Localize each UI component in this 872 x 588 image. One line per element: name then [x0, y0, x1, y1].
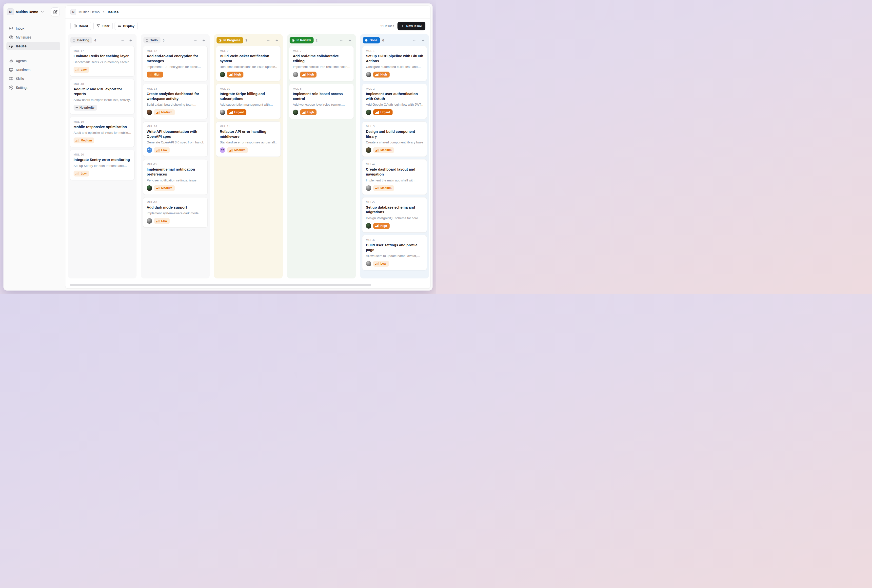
breadcrumb: M Multica Demo Issues — [65, 6, 430, 19]
column-more-button[interactable] — [120, 37, 125, 43]
issue-card-footer: High — [293, 72, 350, 78]
issue-card[interactable]: MUL-7Add real-time collaborative editing… — [289, 46, 354, 81]
issue-id: MUL-2 — [366, 87, 423, 90]
priority-bars-icon — [156, 220, 160, 222]
display-button[interactable]: Display — [114, 22, 138, 30]
priority-label: High — [154, 73, 161, 76]
priority-badge: Low — [154, 218, 170, 224]
priority-label: High — [380, 73, 387, 76]
workspace-switcher[interactable]: M Multica Demo — [6, 7, 60, 17]
issue-id: MUL-16 — [147, 201, 204, 204]
issue-card[interactable]: MUL-6Build user settings and profile pag… — [362, 235, 427, 270]
priority-bars-icon — [302, 74, 306, 76]
sidebar-item-label: Skills — [16, 77, 24, 81]
issue-card[interactable]: MUL-19Mobile responsive optimizationAudi… — [70, 117, 135, 147]
issue-card[interactable]: MUL-16Add dark mode supportImplement sys… — [143, 197, 208, 228]
new-issue-button[interactable]: New Issue — [398, 22, 425, 30]
toolbar-button-label: Filter — [102, 24, 110, 28]
issue-id: MUL-5 — [366, 201, 423, 204]
issue-card[interactable]: MUL-5Set up database schema and migratio… — [362, 197, 427, 232]
priority-badge: Medium — [154, 110, 175, 115]
book-icon — [9, 76, 14, 81]
nav-secondary: AgentsRuntimesSkillsSettings — [6, 57, 60, 92]
sidebar-item-runtimes[interactable]: Runtimes — [6, 66, 60, 74]
issue-card[interactable]: MUL-8Implement role-based access control… — [289, 84, 354, 119]
priority-label: Urgent — [234, 111, 244, 114]
issue-card[interactable]: MUL-10Integrate Stripe billing and subsc… — [216, 84, 281, 119]
column-add-button[interactable] — [274, 37, 280, 43]
assignee-avatar — [366, 261, 371, 266]
column-more-button[interactable] — [339, 37, 345, 43]
status-label: In Progress — [224, 39, 240, 42]
priority-label: Low — [161, 148, 167, 152]
filter-button[interactable]: Filter — [93, 22, 113, 30]
column-add-button[interactable] — [201, 37, 207, 43]
issue-card[interactable]: MUL-20Integrate Sentry error monitoringS… — [70, 150, 135, 180]
priority-badge: Medium — [373, 147, 394, 153]
column-cards: MUL-9Build WebSocket notification system… — [216, 46, 281, 157]
priority-badge: Medium — [74, 138, 94, 143]
priority-bars-icon — [75, 68, 79, 71]
issue-description: Real-time notifications for issue update… — [220, 65, 277, 69]
priority-bars-icon — [375, 149, 379, 152]
issue-card-footer: Medium — [74, 138, 131, 143]
priority-label: High — [380, 224, 387, 228]
priority-label: Urgent — [380, 111, 390, 114]
priority-label: Low — [161, 219, 167, 223]
sidebar-item-skills[interactable]: Skills — [6, 75, 60, 83]
issue-id: MUL-12 — [147, 50, 204, 52]
compose-button[interactable] — [51, 8, 60, 16]
breadcrumb-workspace-link[interactable]: Multica Demo — [78, 10, 100, 14]
issue-card[interactable]: MUL-1Set up CI/CD pipeline with GitHub A… — [362, 46, 427, 81]
board-button[interactable]: Board — [71, 22, 92, 30]
workspace-name: Multica Demo — [16, 10, 38, 14]
sidebar-item-issues[interactable]: Issues — [6, 42, 60, 50]
issue-title: Mobile responsive optimization — [74, 124, 131, 130]
issue-card[interactable]: MUL-14Write API documentation with OpenA… — [143, 122, 208, 157]
issue-card[interactable]: MUL-13Create analytics dashboard for wor… — [143, 84, 208, 119]
column-more-button[interactable] — [412, 37, 418, 43]
issue-card[interactable]: MUL-17Evaluate Redis for caching layerBe… — [70, 46, 135, 76]
sidebar-item-label: My Issues — [16, 35, 32, 39]
robot-icon — [9, 59, 14, 63]
horizontal-scrollbar-thumb[interactable] — [70, 284, 371, 286]
issue-card[interactable]: MUL-11Refactor API error handling middle… — [216, 122, 281, 157]
issue-title: Create analytics dashboard for workspace… — [147, 92, 204, 101]
issue-card[interactable]: MUL-4Create dashboard layout and navigat… — [362, 159, 427, 195]
issue-card[interactable]: MUL-3Design and build component libraryC… — [362, 122, 427, 157]
chevron-right-icon — [102, 10, 105, 14]
issue-id: MUL-1 — [366, 50, 423, 52]
column-add-button[interactable] — [420, 37, 426, 43]
sidebar-item-agents[interactable]: Agents — [6, 57, 60, 65]
sidebar-item-inbox[interactable]: Inbox — [6, 24, 60, 33]
issue-id: MUL-8 — [293, 87, 350, 90]
sidebar-item-settings[interactable]: Settings — [6, 83, 60, 92]
sidebar-item-my-issues[interactable]: My Issues — [6, 33, 60, 42]
column-add-button[interactable] — [347, 37, 353, 43]
monitor-icon — [9, 68, 14, 72]
priority-badge: No priority — [74, 105, 97, 111]
column-add-button[interactable] — [128, 37, 134, 43]
issue-id: MUL-17 — [74, 50, 131, 52]
issue-card[interactable]: MUL-12Add end-to-end encryption for mess… — [143, 46, 208, 81]
plus-icon — [401, 24, 404, 28]
issue-card[interactable]: MUL-2Implement user authentication with … — [362, 84, 427, 119]
issue-card[interactable]: MUL-9Build WebSocket notification system… — [216, 46, 281, 81]
column-header: In Review2 — [289, 36, 354, 44]
column-count: 2 — [316, 39, 318, 42]
issue-id: MUL-3 — [366, 125, 423, 128]
column-header: Todo5 — [143, 36, 208, 44]
column-more-button[interactable] — [192, 37, 198, 43]
status-label: Backlog — [77, 39, 89, 42]
priority-badge: High — [373, 223, 390, 229]
issue-card[interactable]: MUL-18Add CSV and PDF export for reports… — [70, 79, 135, 114]
issue-title: Create dashboard layout and navigation — [366, 167, 423, 177]
priority-bars-icon — [149, 74, 152, 76]
issue-title: Set up database schema and migrations — [366, 205, 423, 215]
column-more-button[interactable] — [266, 37, 272, 43]
issue-card[interactable]: MUL-15Implement email notification prefe… — [143, 159, 208, 195]
three-quarter-circle-icon — [291, 39, 295, 42]
assignee-avatar — [366, 72, 371, 77]
nav-primary: InboxMy IssuesIssues — [6, 24, 60, 50]
issue-title: Integrate Stripe billing and subscriptio… — [220, 92, 277, 101]
